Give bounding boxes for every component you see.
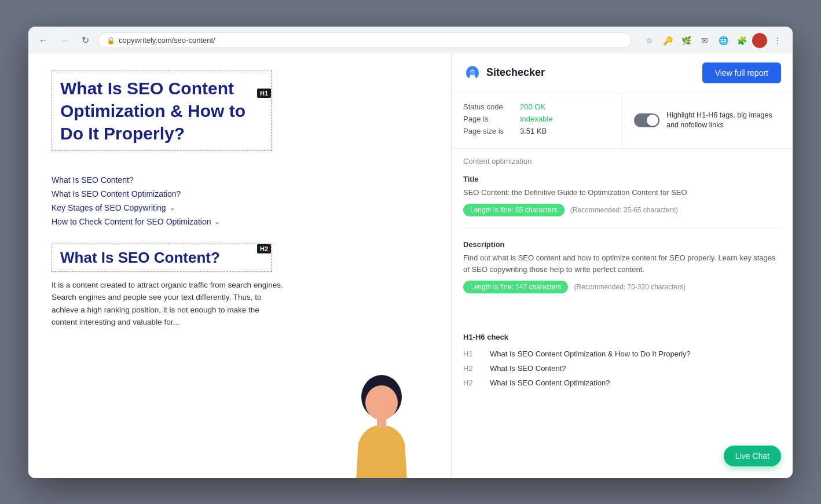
panel-header: Sitechecker View full report (452, 53, 793, 93)
status-right: Highlight H1-H6 tags, big images and nof… (622, 93, 793, 148)
content-optimization-title: Content optimization (463, 157, 781, 165)
back-button[interactable]: ← (35, 32, 52, 49)
description-badge: Length is fine: 147 characters (463, 281, 568, 293)
title-opt-label: Title (463, 175, 781, 183)
size-value: 3.51 KB (520, 127, 547, 135)
status-section: Status code 200 OK Page is Indexable Pag… (452, 93, 793, 149)
toc-item-1[interactable]: What Is SEO Content? (52, 175, 428, 185)
description-opt-label: Description (463, 240, 781, 249)
h-tag-1: H1 (463, 350, 481, 358)
h2-badge: H2 (257, 244, 271, 253)
toc-item-2[interactable]: What Is SEO Content Optimization? (52, 189, 428, 198)
toc-item-4[interactable]: How to Check Content for SEO Optimizatio… (52, 217, 428, 226)
reload-button[interactable]: ↻ (77, 32, 93, 49)
description-hint: (Recommended: 70-320 characters) (574, 283, 686, 291)
menu-button[interactable]: ⋮ (769, 32, 786, 49)
description-badge-row: Length is fine: 147 characters (Recommen… (463, 281, 781, 293)
toc-item-4-text: How to Check Content for SEO Optimizatio… (52, 217, 211, 226)
h-tag-2: H2 (463, 364, 481, 373)
browser-chrome: ← → ↻ 🔒 copywritely.com/seo-content/ ☆ 🔑… (28, 27, 793, 53)
title-opt-section: Title SEO Content: the Definitive Guide … (463, 175, 781, 229)
h-content-2: What Is SEO Content? (490, 364, 781, 373)
title-hint: (Recommended: 35-65 characters) (570, 206, 678, 214)
extension-4[interactable]: 🌐 (715, 32, 731, 49)
title-badge: Length is fine: 65 characters (463, 204, 565, 216)
profile-avatar[interactable] (752, 33, 767, 48)
status-code-value: 200 OK (520, 102, 545, 111)
extension-1[interactable]: 🔑 (659, 32, 676, 49)
forward-button[interactable]: → (56, 32, 72, 49)
status-code-label: Status code (463, 102, 515, 111)
extension-2[interactable]: 🌿 (678, 32, 694, 49)
chevron-icon-4: ⌄ (214, 218, 220, 226)
toc-item-3-text: Key Stages of SEO Copywriting (52, 203, 166, 212)
toggle-knob (647, 115, 658, 126)
view-report-button[interactable]: View full report (702, 62, 781, 83)
h2-section: What Is SEO Content? H2 It is a content … (52, 244, 428, 329)
extension-3[interactable]: ✉ (697, 32, 713, 49)
sitechecker-logo: Sitechecker (463, 64, 545, 82)
logo-icon (463, 64, 482, 82)
h-check-row-1: H1 What Is SEO Content Optimization & Ho… (463, 350, 781, 358)
chevron-icon-3: ⌄ (170, 204, 175, 212)
svg-point-3 (470, 71, 475, 75)
status-left: Status code 200 OK Page is Indexable Pag… (452, 93, 622, 148)
page-body-text: It is a content created to attract organ… (52, 279, 283, 329)
highlight-toggle[interactable] (634, 113, 659, 127)
url-text: copywritely.com/seo-content/ (119, 36, 215, 45)
extension-5[interactable]: 🧩 (734, 32, 750, 49)
indexable-label: Page is (463, 115, 515, 123)
h1-heading-box: What Is SEO Content Optimization & How t… (52, 71, 272, 151)
h-check-row-2: H2 What Is SEO Content? (463, 364, 781, 373)
indexable-row: Page is Indexable (463, 115, 610, 123)
svg-point-1 (365, 385, 398, 420)
title-opt-value: SEO Content: the Definitive Guide to Opt… (463, 187, 781, 198)
address-bar[interactable]: 🔒 copywritely.com/seo-content/ (98, 32, 632, 48)
toc-item-1-text: What Is SEO Content? (52, 175, 134, 185)
description-opt-value: Find out what is SEO content and how to … (463, 252, 781, 275)
page-h2: What Is SEO Content? (60, 249, 263, 267)
content-optimization: Content optimization Title SEO Content: … (452, 149, 793, 325)
h-check-row-3: H2 What Is SEO Content Optimization? (463, 378, 781, 387)
indexable-value: Indexable (520, 115, 552, 123)
size-label: Page size is (463, 127, 515, 135)
toc-item-2-text: What Is SEO Content Optimization? (52, 189, 181, 198)
sitechecker-panel: Sitechecker View full report Status code… (451, 53, 793, 478)
title-badge-row: Length is fine: 65 characters (Recommend… (463, 204, 781, 216)
size-row: Page size is 3.51 KB (463, 127, 610, 135)
description-opt-section: Description Find out what is SEO content… (463, 240, 781, 305)
toc-list: What Is SEO Content? What Is SEO Content… (52, 175, 428, 226)
h-content-1: What Is SEO Content Optimization & How t… (490, 350, 781, 358)
toc-item-3[interactable]: Key Stages of SEO Copywriting ⌄ (52, 203, 428, 212)
toggle-label: Highlight H1-H6 tags, big images and nof… (666, 111, 781, 131)
h2-heading-box: What Is SEO Content? H2 (52, 244, 272, 272)
status-code-row: Status code 200 OK (463, 102, 610, 111)
bookmark-button[interactable]: ☆ (641, 32, 657, 49)
page-h1: What Is SEO Content Optimization & How t… (60, 77, 263, 145)
h-tag-3: H2 (463, 378, 481, 387)
website-content: What Is SEO Content Optimization & How t… (28, 53, 451, 478)
browser-actions: ☆ 🔑 🌿 ✉ 🌐 🧩 ⋮ (641, 32, 786, 49)
h-content-3: What Is SEO Content Optimization? (490, 378, 781, 387)
lock-icon: 🔒 (107, 36, 115, 45)
h-check-title: H1-H6 check (463, 333, 781, 341)
page-content: What Is SEO Content Optimization & How t… (28, 53, 793, 478)
h1-badge: H1 (257, 89, 271, 98)
logo-text: Sitechecker (486, 67, 545, 79)
h-check-section: H1-H6 check H1 What Is SEO Content Optim… (452, 325, 793, 401)
live-chat-button[interactable]: Live Chat (724, 446, 781, 466)
page-illustration (318, 362, 434, 478)
svg-rect-2 (377, 418, 386, 428)
